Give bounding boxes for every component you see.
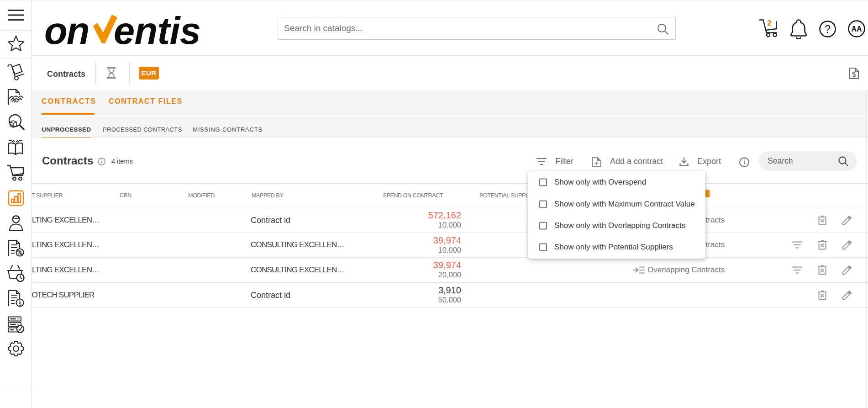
svg-text:2: 2 bbox=[768, 19, 772, 27]
svg-text:AA: AA bbox=[851, 25, 862, 33]
svg-text:§: § bbox=[18, 300, 21, 306]
svg-text:?: ? bbox=[825, 23, 831, 35]
